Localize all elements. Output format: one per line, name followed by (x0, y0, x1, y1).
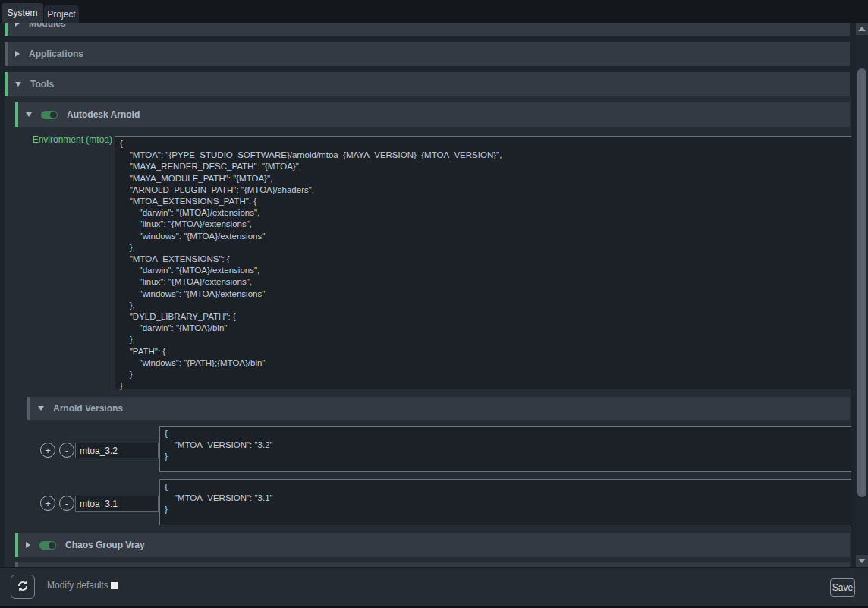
vertical-scrollbar[interactable] (856, 23, 868, 567)
settings-content: Modules Applications Tools Autodesk Arno… (0, 23, 856, 567)
tools-section-body: Autodesk Arnold Environment (mtoa) { "MT… (5, 96, 851, 567)
arrow-down-icon (858, 559, 866, 563)
environment-label: Environment (mtoa) (21, 134, 112, 145)
version-name-input[interactable] (75, 443, 159, 458)
chevron-down-icon (15, 82, 21, 87)
footer-bar: Modify defaults Save (0, 567, 868, 606)
section-title: Applications (29, 49, 83, 59)
arrow-up-icon (858, 27, 866, 31)
add-version-button[interactable]: + (40, 443, 55, 458)
chevron-down-icon (38, 406, 44, 411)
section-header-arnold-versions[interactable]: Arnold Versions (27, 397, 850, 420)
section-title: Arnold Versions (53, 403, 123, 414)
section-title: Modules (29, 23, 66, 29)
version-name-input[interactable] (75, 496, 159, 512)
settings-tab-bar: System Project (0, 0, 868, 23)
tab-project[interactable]: Project (44, 5, 79, 23)
chevron-right-icon (15, 51, 20, 57)
section-title: Autodesk Arnold (67, 109, 140, 120)
remove-version-button[interactable]: - (59, 443, 74, 458)
chevron-right-icon (15, 23, 20, 27)
version-json-text: { "MTOA_VERSION": "3.2" } (160, 427, 851, 463)
modify-defaults-checkbox[interactable] (111, 582, 118, 589)
section-title: Chaos Group Vray (65, 540, 145, 550)
modify-defaults-label: Modify defaults (47, 580, 108, 591)
scroll-up-button[interactable] (856, 23, 868, 35)
settings-scroll-area: Modules Applications Tools Autodesk Arno… (0, 23, 868, 567)
chevron-right-icon (26, 542, 30, 548)
section-header-applications[interactable]: Applications (5, 42, 850, 66)
save-button[interactable]: Save (830, 578, 855, 597)
remove-version-button[interactable]: - (59, 496, 74, 511)
section-header-autodesk-arnold[interactable]: Autodesk Arnold (15, 102, 850, 127)
refresh-button[interactable] (11, 575, 35, 599)
version-json-editor[interactable]: { "MTOA_VERSION": "3.1" } (159, 479, 851, 525)
add-version-button[interactable]: + (40, 496, 55, 511)
enabled-toggle[interactable] (39, 541, 56, 550)
environment-json-editor[interactable]: { "MTOA": "{PYPE_STUDIO_SOFTWARE}/arnold… (115, 136, 851, 389)
scroll-down-button[interactable] (856, 555, 868, 567)
environment-json-text: { "MTOA": "{PYPE_STUDIO_SOFTWARE}/arnold… (115, 137, 851, 392)
section-header-tools[interactable]: Tools (5, 72, 850, 96)
refresh-icon (17, 580, 29, 594)
version-json-editor[interactable]: { "MTOA_VERSION": "3.2" } (159, 426, 851, 472)
chevron-down-icon (26, 112, 32, 117)
section-header-modules[interactable]: Modules (5, 23, 850, 36)
enabled-toggle[interactable] (41, 111, 58, 119)
section-header-chaos-group-vray[interactable]: Chaos Group Vray (15, 533, 850, 557)
section-title: Tools (30, 79, 54, 90)
tab-system[interactable]: System (2, 3, 43, 23)
version-json-text: { "MTOA_VERSION": "3.1" } (160, 480, 851, 516)
scrollbar-thumb[interactable] (857, 68, 866, 497)
